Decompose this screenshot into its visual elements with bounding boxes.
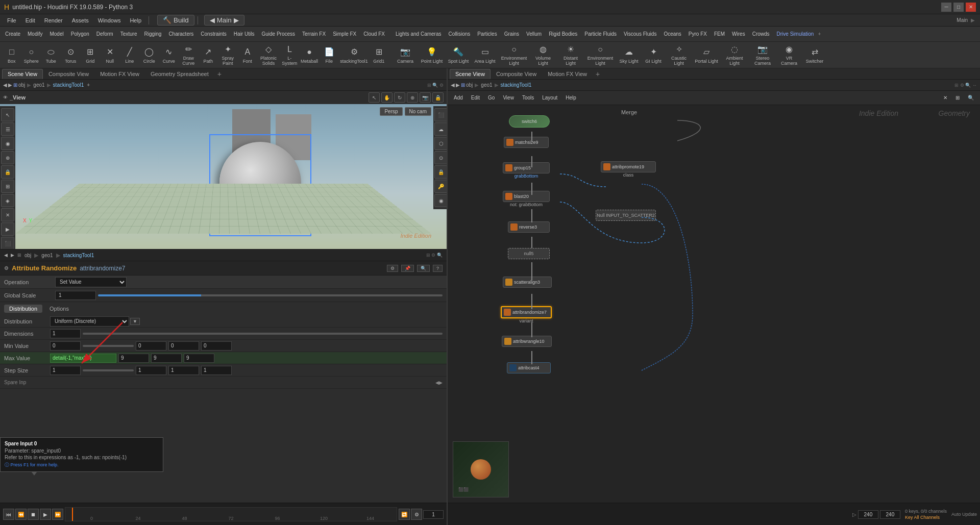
menu-assets[interactable]: Assets (68, 16, 93, 24)
node-scatteralign3[interactable]: scatteralign3 (503, 277, 552, 288)
max-val2[interactable] (118, 354, 149, 363)
bottom-bc-geo[interactable]: geo1 (41, 253, 53, 258)
min-val1[interactable] (50, 341, 81, 351)
ng-tools[interactable]: Tools (519, 94, 537, 102)
right-btn1[interactable]: ⬛ (434, 108, 447, 121)
nav-back-r[interactable]: ◀ (451, 82, 455, 88)
tool-arealight[interactable]: ▭ Area Light (472, 43, 498, 67)
vp-tool-snap[interactable]: 🔒 (432, 92, 444, 103)
help-btn[interactable]: ? (433, 265, 443, 272)
pin-btn[interactable]: 📌 (401, 265, 414, 272)
dimensions-input[interactable] (50, 329, 81, 338)
node-matchsize9[interactable]: matchsize9 (504, 137, 549, 148)
toolbar-hairutils[interactable]: Hair Utils (231, 30, 258, 38)
menu-file[interactable]: File (3, 16, 20, 24)
toolbar-viscousfluids[interactable]: Viscous Fluids (621, 30, 659, 38)
maximize-button[interactable]: □ (953, 3, 964, 12)
nav-back[interactable]: ◀ (3, 82, 7, 88)
tool-distantlight[interactable]: ☀ Distant Light (557, 43, 584, 67)
close-button[interactable]: ✕ (966, 3, 976, 12)
side-tool7[interactable]: ◈ (1, 194, 14, 207)
step-val2[interactable] (136, 366, 166, 375)
vp-tool-pan[interactable]: ✋ (381, 92, 393, 103)
toolbar-lights-cameras[interactable]: Lights and Cameras (393, 30, 445, 38)
toolbar-particles[interactable]: Particles (474, 30, 500, 38)
ng-edit[interactable]: Edit (468, 94, 483, 102)
vp-tool-select[interactable]: ↖ (369, 92, 380, 103)
tab-sceneview[interactable]: Scene View (2, 69, 43, 79)
ng-close[interactable]: ✕ (940, 94, 950, 102)
min-val3[interactable] (168, 341, 199, 351)
dist-menu-btn[interactable]: ▼ (130, 318, 140, 325)
toolbar-drivesim[interactable]: Drive Simulation (774, 30, 817, 38)
node-group15[interactable]: group15 grabBottom (503, 162, 550, 179)
tool-curve[interactable]: ∿ Curve (159, 43, 179, 67)
tool-gilight[interactable]: ✦ GI Light (642, 43, 665, 67)
vp-tool-zoom[interactable]: ⊕ (407, 92, 418, 103)
toolbar-polygon[interactable]: Polygon (68, 30, 92, 38)
search-btn[interactable]: 🔍 (417, 265, 430, 272)
tool-platonic[interactable]: ◇ Platonic Solids (258, 43, 280, 67)
global-scale-slider[interactable] (98, 294, 443, 296)
node-null-scatter[interactable]: Null INPUT_TO_SCATTER2 (596, 210, 656, 221)
toolbar-constraints[interactable]: Constraints (198, 30, 230, 38)
spare-nav1[interactable]: ◀ (435, 380, 439, 385)
tl-prev[interactable]: ⏪ (15, 509, 27, 520)
ng-view[interactable]: View (500, 94, 517, 102)
toolbar-modify[interactable]: Modify (24, 30, 45, 38)
menu-edit[interactable]: Edit (21, 16, 39, 24)
bc-stacking-r[interactable]: stackingTool1 (501, 82, 532, 88)
dimensions-slider[interactable] (83, 333, 443, 335)
bottom-nav-fwd[interactable]: ▶ (11, 253, 14, 258)
bottom-nav-back[interactable]: ◀ (4, 253, 8, 258)
side-tool10[interactable]: ⬛ (1, 237, 14, 249)
right-btn7[interactable]: ◉ (434, 194, 447, 207)
tl-play[interactable]: ▶ (40, 509, 51, 520)
tool-switcher[interactable]: ⇄ Switcher (802, 43, 827, 67)
tool-sphere[interactable]: ○ Sphere (22, 43, 41, 67)
nav-forward-r[interactable]: ▶ (456, 82, 460, 88)
toolbar-oceans[interactable]: Oceans (660, 30, 684, 38)
tool-spraypaint[interactable]: ✦ Spray Paint (218, 43, 238, 67)
toolbar-wires[interactable]: Wires (729, 30, 748, 38)
node-blast20[interactable]: blast20 not: grabBottom (503, 191, 550, 207)
tool-vrcam[interactable]: ◉ VR Camera (776, 43, 802, 67)
tab-geospreadsheet[interactable]: Geometry Spreadsheet (145, 69, 214, 79)
dist-tab-distribution[interactable]: Distribution (4, 305, 42, 313)
vp-tool-camera[interactable]: 📷 (420, 92, 431, 103)
tl-stop[interactable]: ⏹ (28, 509, 39, 520)
step-val4[interactable] (201, 366, 232, 375)
tl-frame-input[interactable] (423, 510, 444, 519)
toolbar-grains[interactable]: Grains (501, 30, 522, 38)
tool-box[interactable]: □ Box (2, 43, 21, 67)
tab-compositeview[interactable]: Composite View (43, 69, 94, 79)
toolbar-particlefluids[interactable]: Particle Fluids (581, 30, 620, 38)
tool-tube[interactable]: ⬭ Tube (41, 43, 61, 67)
tab-sceneview-right[interactable]: Scene View (450, 69, 491, 79)
step-slider1[interactable] (83, 369, 134, 371)
tool-envlight2[interactable]: ○ Environment Light (585, 43, 616, 67)
node-null5[interactable]: null5 (508, 248, 550, 259)
bottom-bc-stacking[interactable]: stackingTool1 (63, 253, 94, 258)
tab-motionfx-right[interactable]: Motion FX View (542, 69, 593, 79)
toolbar-collisions[interactable]: Collisions (446, 30, 474, 38)
toolbar-characters[interactable]: Characters (165, 30, 197, 38)
bc-obj-r[interactable]: obj (466, 82, 473, 88)
key-all-label[interactable]: Key All Channels (905, 515, 947, 520)
tool-torus[interactable]: ⊙ Torus (61, 43, 81, 67)
channels-label-r[interactable]: 0 keys, 0/0 channels (905, 509, 947, 514)
tool-circle[interactable]: ◯ Circle (140, 43, 159, 67)
minimize-button[interactable]: ─ (941, 3, 951, 12)
tool-spotlight[interactable]: 🔦 Spot Light (446, 43, 471, 67)
gear-btn[interactable]: ⚙ (387, 265, 398, 272)
side-tool5[interactable]: 🔒 (1, 165, 14, 179)
side-tool3[interactable]: ◉ (1, 137, 14, 150)
tl-next[interactable]: ⏩ (52, 509, 63, 520)
node-attribwrangle10[interactable]: attribwrangle10 (502, 336, 552, 347)
toolbar-vellum[interactable]: Vellum (523, 30, 545, 38)
bottom-bc-obj[interactable]: obj (24, 253, 31, 258)
max-val3[interactable] (151, 354, 182, 363)
tool-grid[interactable]: ⊞ Grid (81, 43, 100, 67)
tool-skylight[interactable]: ☁ Sky Light (616, 43, 642, 67)
bc-geo1-r[interactable]: geo1 (481, 82, 492, 88)
